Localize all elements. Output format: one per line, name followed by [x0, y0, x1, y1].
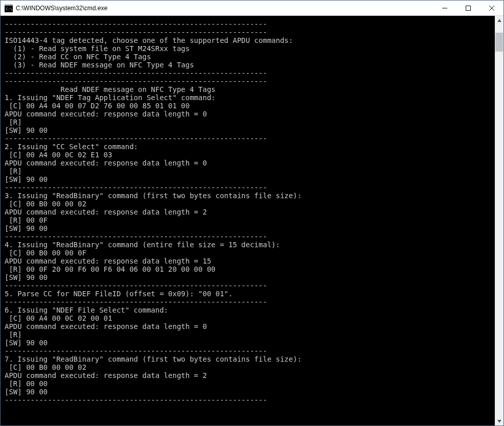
- terminal-line: APDU command executed: response data len…: [5, 208, 495, 216]
- terminal-line: ----------------------------------------…: [5, 298, 495, 306]
- terminal-line: [C] 00 A4 00 0C 02 E1 03: [5, 151, 495, 159]
- terminal-line: APDU command executed: response data len…: [5, 257, 495, 265]
- terminal-line: Read NDEF message on NFC Type 4 Tags: [5, 85, 495, 93]
- window-frame: C:\ C:\WINDOWS\system32\cmd.exe --------…: [0, 0, 504, 426]
- cmd-icon: C:\: [5, 4, 13, 12]
- terminal-line: [R] 00 00: [5, 380, 495, 388]
- terminal-line: ----------------------------------------…: [5, 77, 495, 85]
- terminal-line: ----------------------------------------…: [5, 232, 495, 241]
- close-button[interactable]: [480, 1, 503, 16]
- terminal-line: [SW] 90 00: [5, 175, 495, 183]
- titlebar[interactable]: C:\ C:\WINDOWS\system32\cmd.exe: [1, 1, 503, 16]
- client-area: ----------------------------------------…: [1, 16, 503, 425]
- terminal-line: [SW] 90 00: [5, 339, 495, 347]
- terminal-line: [C] 00 A4 04 00 07 D2 76 00 00 85 01 01 …: [5, 102, 495, 110]
- terminal-line: [SW] 90 00: [5, 126, 495, 134]
- terminal-line: ----------------------------------------…: [5, 69, 495, 77]
- terminal-line: 3. Issuing "ReadBinary" command (first t…: [5, 192, 495, 200]
- terminal-line: [SW] 90 00: [5, 388, 495, 396]
- scroll-up-arrow-icon[interactable]: [495, 16, 503, 25]
- terminal-line: [SW] 90 00: [5, 224, 495, 232]
- terminal-line: ----------------------------------------…: [5, 28, 495, 36]
- scrollbar-track[interactable]: [495, 25, 503, 417]
- terminal-line: ----------------------------------------…: [5, 347, 495, 355]
- svg-marker-7: [497, 19, 501, 22]
- minimize-button[interactable]: [433, 1, 457, 16]
- svg-rect-4: [466, 6, 471, 11]
- terminal-line: APDU command executed: response data len…: [5, 159, 495, 167]
- terminal-line: [R]: [5, 330, 495, 339]
- terminal-line: [R] 00 0F: [5, 216, 495, 224]
- terminal-line: ----------------------------------------…: [5, 20, 495, 28]
- terminal-line: 4. Issuing "ReadBinary" command (entire …: [5, 241, 495, 249]
- terminal-line: APDU command executed: response data len…: [5, 371, 495, 380]
- terminal-line: [C] 00 B0 00 00 0F: [5, 249, 495, 257]
- terminal-line: (3) - Read NDEF message on NFC Type 4 Ta…: [5, 61, 495, 69]
- terminal-line: (2) - Read CC on NFC Type 4 Tags: [5, 53, 495, 61]
- svg-marker-8: [497, 420, 501, 423]
- terminal-line: [C] 00 B0 00 00 02: [5, 200, 495, 208]
- terminal-line: ISO14443-4 tag detected, choose one of t…: [5, 36, 495, 44]
- scroll-down-arrow-icon[interactable]: [495, 417, 503, 425]
- terminal-line: [R]: [5, 167, 495, 175]
- vertical-scrollbar[interactable]: [495, 16, 503, 425]
- terminal-line: 1. Issuing "NDEF Tag Application Select"…: [5, 93, 495, 102]
- svg-rect-1: [5, 4, 13, 6]
- terminal-line: ----------------------------------------…: [5, 396, 495, 404]
- window-controls: [433, 1, 503, 15]
- terminal-output[interactable]: ----------------------------------------…: [1, 16, 495, 425]
- svg-text:C:\: C:\: [6, 7, 13, 11]
- terminal-line: ----------------------------------------…: [5, 183, 495, 192]
- terminal-line: [R] 00 0F 20 00 F6 00 F6 04 06 00 01 20 …: [5, 265, 495, 273]
- terminal-line: 7. Issuing "ReadBinary" command (first t…: [5, 355, 495, 363]
- scrollbar-thumb[interactable]: [495, 32, 503, 52]
- terminal-line: 6. Issuing "NDEF File Select" command:: [5, 306, 495, 314]
- terminal-line: APDU command executed: response data len…: [5, 322, 495, 330]
- terminal-line: [C] 00 A4 00 0C 02 00 01: [5, 314, 495, 322]
- terminal-line: 2. Issuing "CC Select" command:: [5, 143, 495, 151]
- terminal-line: [R]: [5, 118, 495, 126]
- window-title: C:\WINDOWS\system32\cmd.exe: [16, 5, 433, 12]
- maximize-button[interactable]: [457, 1, 480, 16]
- terminal-line: (1) - Read system file on ST M24SRxx tag…: [5, 44, 495, 53]
- terminal-line: ----------------------------------------…: [5, 281, 495, 290]
- terminal-line: [SW] 90 00: [5, 273, 495, 281]
- terminal-line: ----------------------------------------…: [5, 134, 495, 143]
- terminal-line: [C] 00 B0 00 00 02: [5, 363, 495, 371]
- terminal-line: APDU command executed: response data len…: [5, 110, 495, 118]
- terminal-line: 5. Parse CC for NDEF FileID (offset = 0x…: [5, 290, 495, 298]
